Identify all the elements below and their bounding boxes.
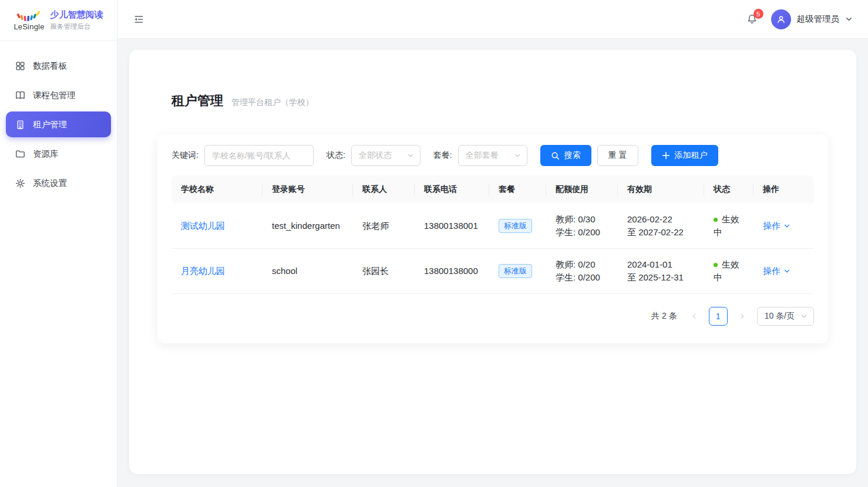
next-page-button[interactable] (734, 307, 751, 325)
col-validity: 有效期 (618, 175, 704, 204)
table-row: 月亮幼儿园 school 张园长 13800138000 标准版 教师: 0/2… (171, 249, 814, 294)
table-row: 测试幼儿园 test_kindergarten 张老师 13800138001 … (171, 204, 814, 249)
search-button[interactable]: 搜索 (540, 145, 591, 166)
row-action-dropdown[interactable]: 操作 (763, 219, 790, 232)
account-cell: test_kindergarten (272, 221, 340, 231)
status-badge: 生效中 (714, 214, 739, 237)
reset-button-label: 重 置 (608, 150, 627, 161)
plan-select[interactable]: 全部套餐 (458, 145, 527, 166)
plan-label: 套餐: (433, 150, 452, 161)
page-card: 租户管理 管理平台租户（学校） 关键词: 状态: 全部状态 (129, 50, 856, 474)
table-header-row: 学校名称 登录账号 联系人 联系电话 套餐 配额使用 有效期 状态 操作 (171, 175, 814, 204)
sidebar-item-label: 系统设置 (33, 178, 67, 189)
sidebar-item-tenants[interactable]: 租户管理 (6, 111, 111, 137)
sidebar-item-dashboard[interactable]: 数据看板 (6, 53, 111, 79)
quota-teacher: 教师: 0/20 (556, 258, 608, 271)
tenant-table: 学校名称 登录账号 联系人 联系电话 套餐 配额使用 有效期 状态 操作 (171, 175, 814, 294)
sidebar-item-course-packages[interactable]: 课程包管理 (6, 82, 111, 108)
tenant-panel: 关键词: 状态: 全部状态 套餐: 全部套餐 (157, 134, 828, 343)
sidebar-menu: 数据看板 课程包管理 (0, 41, 117, 196)
search-button-label: 搜索 (564, 150, 581, 161)
user-menu[interactable]: 超级管理员 (771, 9, 853, 29)
quota-teacher: 教师: 0/30 (556, 213, 608, 226)
sidebar-item-label: 资源库 (33, 148, 59, 160)
top-header: 5 超级管理员 (117, 0, 868, 39)
user-name: 超级管理员 (797, 13, 840, 25)
keyword-input[interactable] (204, 145, 314, 166)
page-number-button[interactable]: 1 (709, 307, 728, 326)
page-header: 租户管理 管理平台租户（学校） (171, 92, 814, 110)
notification-badge: 5 (753, 9, 763, 19)
plan-select-value: 全部套餐 (466, 150, 499, 161)
status-dot (714, 263, 718, 267)
book-icon (14, 89, 26, 101)
logo-bars-icon (16, 10, 42, 22)
menu-fold-icon (133, 13, 144, 25)
reset-button[interactable]: 重 置 (597, 145, 638, 166)
quota-student: 学生: 0/200 (556, 271, 608, 284)
brand-logo-text: LeSingle (14, 23, 44, 31)
keyword-label: 关键词: (171, 150, 199, 161)
col-plan: 套餐 (489, 175, 546, 204)
phone-cell: 13800138001 (424, 221, 478, 231)
notification-bell[interactable]: 5 (746, 13, 758, 25)
col-account: 登录账号 (263, 175, 353, 204)
school-link[interactable]: 测试幼儿园 (181, 221, 225, 231)
contact-cell: 张老师 (362, 221, 389, 231)
plan-badge: 标准版 (499, 264, 532, 278)
valid-from: 2026-02-22 (627, 213, 695, 226)
sidebar-collapse-button[interactable] (133, 13, 144, 25)
contact-cell: 张园长 (362, 266, 389, 276)
status-select[interactable]: 全部状态 (351, 145, 420, 166)
row-action-dropdown[interactable]: 操作 (763, 265, 790, 278)
status-select-value: 全部状态 (359, 150, 392, 161)
col-contact: 联系人 (353, 175, 415, 204)
prev-page-button[interactable] (685, 307, 703, 325)
valid-to: 至 2027-02-22 (627, 226, 695, 239)
search-icon (551, 151, 560, 160)
brand-logo: LeSingle (14, 10, 44, 31)
brand-title: 少儿智慧阅读 (51, 9, 103, 21)
brand-text: 少儿智慧阅读 服务管理后台 (51, 9, 103, 31)
chevron-left-icon (691, 313, 698, 320)
col-school: 学校名称 (171, 175, 263, 204)
col-quota: 配额使用 (546, 175, 618, 204)
page-size-value: 10 条/页 (765, 311, 795, 322)
plus-icon (662, 151, 670, 160)
chevron-right-icon (739, 313, 746, 320)
status-label: 状态: (327, 150, 345, 161)
col-action: 操作 (753, 175, 814, 204)
sidebar-item-settings[interactable]: 系统设置 (6, 170, 111, 196)
header-actions: 5 超级管理员 (746, 9, 853, 29)
sidebar-item-label: 租户管理 (33, 119, 67, 130)
pagination: 共 2 条 1 10 条/页 (171, 307, 814, 326)
status-dot (714, 218, 718, 222)
status-badge: 生效中 (714, 259, 739, 282)
add-tenant-button[interactable]: 添加租户 (651, 145, 718, 166)
quota-student: 学生: 0/200 (556, 226, 608, 239)
chevron-down-icon (783, 222, 790, 229)
user-icon (775, 13, 787, 25)
app-root: LeSingle 少儿智慧阅读 服务管理后台 数据看板 (0, 0, 868, 487)
valid-from: 2024-01-01 (627, 258, 695, 271)
pagination-total: 共 2 条 (651, 311, 677, 322)
chevron-down-icon (514, 152, 521, 159)
col-status: 状态 (704, 175, 753, 204)
filter-bar: 关键词: 状态: 全部状态 套餐: 全部套餐 (171, 145, 814, 166)
school-link[interactable]: 月亮幼儿园 (181, 266, 225, 276)
chevron-down-icon (800, 313, 808, 320)
account-cell: school (272, 266, 297, 276)
building-icon (14, 119, 26, 130)
page-size-select[interactable]: 10 条/页 (757, 307, 814, 326)
phone-cell: 13800138000 (424, 266, 478, 276)
sidebar-item-resources[interactable]: 资源库 (6, 141, 111, 167)
page-subtitle: 管理平台租户（学校） (231, 97, 314, 108)
gear-icon (14, 177, 26, 189)
dashboard-icon (14, 60, 26, 72)
action-label: 操作 (763, 219, 780, 232)
folder-icon (14, 148, 26, 160)
brand: LeSingle 少儿智慧阅读 服务管理后台 (0, 0, 117, 41)
add-tenant-button-label: 添加租户 (675, 150, 708, 161)
chevron-down-icon (407, 152, 414, 159)
valid-to: 至 2025-12-31 (627, 271, 695, 284)
